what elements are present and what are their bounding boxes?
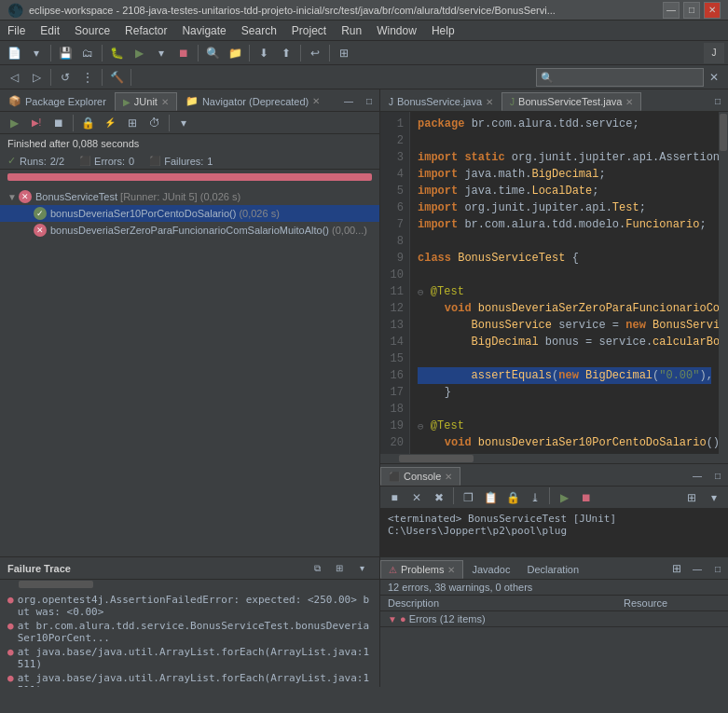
- title-bar: 🌑 eclipse-workspace - 2108-java-testes-u…: [0, 0, 728, 21]
- open-resource-button[interactable]: 📁: [225, 43, 245, 63]
- trace-copy-button[interactable]: ⧉: [307, 558, 327, 579]
- table-row-errors[interactable]: ▼ ● Errors (12 items): [380, 611, 728, 627]
- junit-stop-button[interactable]: ⏹: [48, 113, 69, 133]
- console-maximize[interactable]: □: [707, 465, 728, 486]
- navigator-icon: 📁: [185, 95, 199, 107]
- tab-junit[interactable]: ▶ JUnit ✕: [115, 92, 177, 111]
- col-description[interactable]: Description: [380, 596, 616, 610]
- tab-javadoc[interactable]: Javadoc: [463, 560, 518, 579]
- new-dropdown[interactable]: ▾: [26, 43, 47, 63]
- menu-help[interactable]: Help: [424, 21, 462, 41]
- failure-trace-hscroll[interactable]: [0, 580, 379, 589]
- perspectives-java[interactable]: J: [704, 43, 724, 63]
- tab-package-explorer[interactable]: 📦 Package Explorer: [0, 91, 115, 111]
- tab-console[interactable]: ⬛ Console ✕: [380, 467, 460, 486]
- console-open-console-button[interactable]: ⊞: [681, 487, 702, 508]
- menu-window[interactable]: Window: [369, 21, 424, 41]
- code-editor[interactable]: 1 2 3 4 5 6 7 8 9 10 11 12 13 14 15 16 1: [380, 112, 728, 454]
- tab-problems-close[interactable]: ✕: [447, 565, 455, 575]
- test-suite-node[interactable]: ▼ ✕ BonusServiceTest [Runner: JUnit 5] (…: [0, 188, 379, 205]
- junit-show-failures[interactable]: ⚡: [100, 113, 120, 133]
- failure-trace-hscroll-thumb[interactable]: [19, 581, 93, 588]
- code-content[interactable]: package br.com.alura.tdd.service; import…: [410, 112, 719, 454]
- menu-file[interactable]: File: [0, 21, 33, 41]
- save-button[interactable]: 💾: [55, 43, 76, 63]
- open-type-button[interactable]: 🔍: [202, 43, 223, 63]
- trace-filter-button[interactable]: ⊞: [329, 558, 350, 579]
- debug-button[interactable]: 🐛: [106, 43, 127, 63]
- save-all-button[interactable]: 🗂: [77, 43, 98, 63]
- run-dropdown[interactable]: ▾: [151, 43, 172, 63]
- tab-declaration[interactable]: Declaration: [518, 560, 587, 579]
- editor-vscroll[interactable]: [719, 112, 728, 454]
- console-terminate-button[interactable]: ⏹: [576, 487, 597, 508]
- next-annotation-button[interactable]: ⬇: [254, 43, 274, 63]
- test-tree: ▼ ✕ BonusServiceTest [Runner: JUnit 5] (…: [0, 185, 379, 556]
- tab-console-close[interactable]: ✕: [445, 472, 452, 482]
- tab-bonus-service[interactable]: J BonusService.java ✕: [380, 92, 501, 111]
- new-button[interactable]: 📄: [4, 43, 24, 63]
- junit-rerun-failed-button[interactable]: ▶!: [26, 113, 47, 133]
- menu-edit[interactable]: Edit: [33, 21, 67, 41]
- editor-hscroll-thumb[interactable]: [399, 455, 474, 462]
- menu-search[interactable]: Search: [234, 21, 284, 41]
- console-minimize[interactable]: —: [687, 465, 707, 486]
- console-view-menu[interactable]: ▾: [704, 487, 724, 508]
- console-scroll-end[interactable]: ⤓: [525, 487, 545, 508]
- maximize-window-button[interactable]: □: [683, 2, 700, 19]
- menu-project[interactable]: Project: [284, 21, 334, 41]
- editor-maximize[interactable]: □: [707, 90, 728, 111]
- run-button[interactable]: ▶: [129, 43, 149, 63]
- test-case-2[interactable]: ✕ bonusDeveriaSerZeroParaFuncionarioComS…: [0, 222, 379, 239]
- hierarchy-button[interactable]: ⋮: [77, 67, 98, 88]
- console-disconnect-button[interactable]: ✖: [429, 487, 449, 508]
- menu-refactor[interactable]: Refactor: [117, 21, 174, 41]
- build-button[interactable]: 🔨: [106, 67, 127, 88]
- search-clear-button[interactable]: ✕: [704, 67, 724, 88]
- forward-button[interactable]: ▷: [26, 67, 47, 88]
- console-paste-button[interactable]: 📋: [480, 487, 501, 508]
- console-clear-button[interactable]: ■: [384, 487, 405, 508]
- tab-bonus-service-test[interactable]: J BonusServiceTest.java ✕: [501, 92, 641, 111]
- prev-annotation-button[interactable]: ⬆: [276, 43, 296, 63]
- tab-bonus-service-close[interactable]: ✕: [486, 97, 493, 107]
- junit-rerun-button[interactable]: ▶: [4, 113, 24, 133]
- console-copy-button[interactable]: ❐: [458, 487, 478, 508]
- cell-errors-resource: [616, 611, 728, 626]
- menu-source[interactable]: Source: [67, 21, 117, 41]
- menu-navigate[interactable]: Navigate: [174, 21, 233, 41]
- editor-vscroll-thumb[interactable]: [720, 114, 727, 151]
- tab-junit-close[interactable]: ✕: [161, 97, 169, 107]
- failure-trace-title: Failure Trace: [7, 563, 71, 574]
- tab-navigator-close[interactable]: ✕: [312, 96, 320, 106]
- junit-layout-button[interactable]: ⊞: [122, 113, 143, 133]
- editor-hscroll[interactable]: [380, 454, 728, 463]
- last-edit-button[interactable]: ↩: [305, 43, 325, 63]
- test-case-1[interactable]: ✓ bonusDeveriaSer10PorCentoDoSalario() (…: [0, 205, 379, 222]
- tab-bonus-service-test-close[interactable]: ✕: [625, 97, 633, 107]
- tab-navigator[interactable]: 📁 Navigator (Deprecated) ✕: [177, 91, 328, 111]
- tab-problems[interactable]: ⚠ Problems ✕: [380, 560, 463, 579]
- left-panel-minimize[interactable]: —: [338, 90, 359, 111]
- bottom-filter-button[interactable]: ⊞: [666, 558, 687, 579]
- bottom-minimize[interactable]: —: [687, 558, 707, 579]
- junit-view-menu[interactable]: ▾: [173, 113, 194, 133]
- stop-button[interactable]: ⏹: [173, 43, 194, 63]
- failure-trace-content: ● org.opentest4j.AssertionFailedError: e…: [0, 589, 379, 687]
- console-scroll-lock[interactable]: 🔒: [502, 487, 523, 508]
- col-resource[interactable]: Resource: [616, 596, 728, 610]
- console-run-button[interactable]: ▶: [554, 487, 574, 508]
- close-window-button[interactable]: ✕: [704, 2, 721, 19]
- bottom-maximize[interactable]: □: [707, 558, 728, 579]
- trace-view-menu[interactable]: ▾: [351, 558, 372, 579]
- perspective-button[interactable]: ⊞: [334, 43, 354, 63]
- console-stop-button[interactable]: ✕: [406, 487, 427, 508]
- refresh-button[interactable]: ↺: [55, 67, 76, 88]
- minimize-window-button[interactable]: —: [663, 2, 680, 19]
- quick-search-input[interactable]: [536, 68, 704, 87]
- menu-run[interactable]: Run: [334, 21, 369, 41]
- left-panel-maximize[interactable]: □: [359, 90, 379, 111]
- junit-scroll-lock[interactable]: 🔒: [77, 113, 98, 133]
- junit-history-button[interactable]: ⏱: [144, 113, 165, 133]
- back-button[interactable]: ◁: [4, 67, 24, 88]
